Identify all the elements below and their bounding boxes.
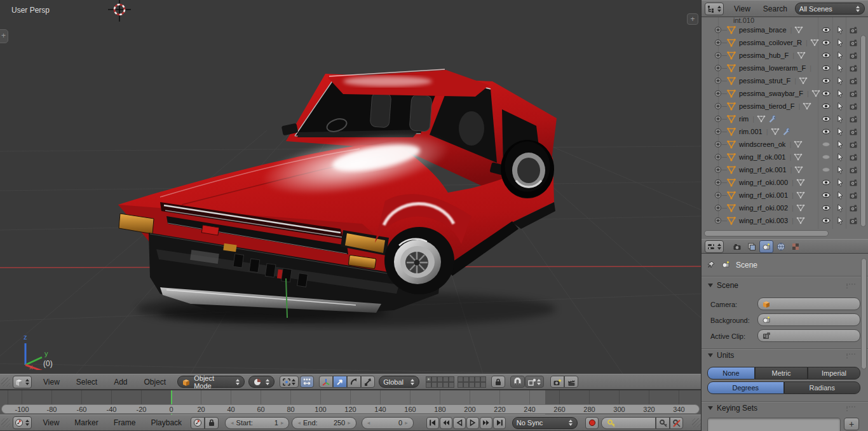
cursor-select-icon[interactable]	[836, 51, 844, 62]
eye-icon[interactable]	[822, 76, 831, 88]
timeline-ruler[interactable]: -100-80-60-40-20020406080100120140160180…	[0, 390, 701, 414]
outliner-item[interactable]: pessima_swaybar_F |	[702, 87, 859, 100]
menu-select[interactable]: Select	[74, 378, 100, 387]
eye-icon[interactable]	[822, 102, 831, 113]
panel-drag-handle[interactable]	[846, 284, 857, 289]
lock-range-toggle[interactable]	[205, 417, 219, 429]
timeline-scrollbar[interactable]: -100-80-60-40-20020406080100120140160180…	[1, 404, 700, 414]
camera-restrict-icon[interactable]	[849, 25, 858, 37]
expand-plus-icon[interactable]	[714, 140, 722, 148]
menu-view[interactable]: View	[731, 4, 753, 13]
expand-plus-icon[interactable]	[714, 153, 722, 161]
camera-restrict-icon[interactable]	[849, 178, 858, 189]
camera-restrict-icon[interactable]	[849, 191, 858, 202]
lock-to-scene-button[interactable]	[491, 376, 505, 388]
toolbar-expand-tab[interactable]: +	[0, 29, 8, 43]
keying-sets-panel-header[interactable]: Keying Sets	[708, 404, 757, 413]
outliner-item[interactable]: windscreen_ok |	[702, 138, 859, 151]
3d-viewport[interactable]: User Persp + + z y x (0)	[0, 0, 701, 374]
expand-plus-icon[interactable]	[714, 166, 722, 174]
keying-sets-list[interactable]	[707, 418, 841, 431]
scale-manipulator-button[interactable]	[361, 376, 375, 388]
jump-to-start-button[interactable]	[426, 417, 439, 429]
eye-icon[interactable]	[822, 38, 831, 50]
sync-mode-select[interactable]: No Sync	[512, 417, 578, 429]
expand-plus-icon[interactable]	[714, 115, 722, 123]
camera-restrict-icon[interactable]	[849, 140, 858, 151]
snap-toggle[interactable]	[510, 376, 525, 388]
eye-icon[interactable]	[822, 216, 831, 228]
eye-icon[interactable]	[822, 178, 831, 189]
manipulate-centers-toggle[interactable]	[300, 376, 314, 388]
outliner-item[interactable]: pessima_tierod_F |	[702, 100, 859, 113]
camera-restrict-icon[interactable]	[849, 102, 858, 113]
expand-plus-icon[interactable]	[714, 39, 722, 46]
eye-icon[interactable]	[822, 114, 831, 126]
editor-resize-grip[interactable]	[692, 418, 701, 427]
cursor-select-icon[interactable]	[836, 76, 844, 88]
pin-icon[interactable]	[707, 260, 716, 270]
viewport-shading-select[interactable]	[248, 376, 275, 388]
cursor-select-icon[interactable]	[836, 153, 844, 164]
translate-manipulator-button[interactable]	[333, 376, 347, 388]
outliner-item[interactable]: wing_rf_oki.001 |	[702, 189, 859, 202]
menu-view[interactable]: View	[41, 418, 62, 427]
editor-type-button[interactable]	[13, 376, 32, 388]
cursor-select-icon[interactable]	[836, 114, 844, 126]
header-resize-grip[interactable]	[1, 378, 10, 387]
unit-system-none[interactable]: None	[707, 367, 755, 380]
header-resize-grip[interactable]	[1, 418, 10, 427]
auto-keyframe-toggle[interactable]	[585, 417, 599, 429]
frame-end-field[interactable]: ◂End: 250▸	[292, 417, 356, 429]
preview-range-toggle[interactable]	[191, 417, 205, 429]
menu-playback[interactable]: Playback	[148, 418, 184, 427]
expand-plus-icon[interactable]	[714, 217, 722, 224]
opengl-render-button[interactable]	[550, 376, 564, 388]
eye-icon[interactable]	[822, 64, 831, 75]
unit-rotation-degrees[interactable]: Degrees	[707, 381, 784, 394]
frame-start-field[interactable]: ◂Start: 1▸	[225, 417, 289, 429]
eye-icon[interactable]	[822, 140, 831, 151]
outliner-item[interactable]: pessima_hub_F |	[702, 49, 859, 62]
outliner-item[interactable]: wing_lf_ok.001 |	[702, 151, 859, 163]
outliner-horizontal-scrollbar[interactable]	[704, 230, 829, 236]
camera-restrict-icon[interactable]	[849, 76, 858, 88]
outliner-item-clipped[interactable]: int.010	[702, 17, 859, 24]
keying-set-field[interactable]	[601, 417, 656, 429]
expand-plus-icon[interactable]	[714, 77, 722, 85]
eye-icon[interactable]	[822, 127, 831, 139]
tab-world[interactable]	[774, 240, 788, 253]
outliner-item[interactable]: rim.001 |	[702, 125, 859, 138]
manipulator-toggle[interactable]	[319, 376, 333, 388]
add-keying-set-button[interactable]: +	[844, 418, 859, 430]
panel-drag-handle[interactable]	[846, 406, 857, 411]
expand-plus-icon[interactable]	[714, 64, 722, 72]
properties-vertical-scrollbar[interactable]	[861, 258, 867, 369]
camera-restrict-icon[interactable]	[849, 64, 858, 75]
expand-plus-icon[interactable]	[714, 179, 722, 186]
unit-system-imperial[interactable]: Imperial	[808, 367, 860, 380]
insert-keyframe-button[interactable]	[656, 417, 670, 429]
cursor-select-icon[interactable]	[836, 178, 844, 189]
eye-icon[interactable]	[822, 51, 831, 62]
outliner-item[interactable]: wing_rf_oki.000 |	[702, 176, 859, 189]
cursor-select-icon[interactable]	[836, 140, 844, 151]
pivot-point-select[interactable]	[280, 376, 299, 388]
eye-icon[interactable]	[822, 153, 831, 164]
background-field[interactable]	[757, 313, 860, 326]
camera-restrict-icon[interactable]	[849, 216, 858, 228]
eye-icon[interactable]	[822, 89, 831, 100]
outliner-item[interactable]: wing_rf_oki.002 |	[702, 202, 859, 214]
tab-render[interactable]	[730, 240, 744, 253]
layers-widget[interactable]	[426, 376, 486, 388]
panel-drag-handle[interactable]	[846, 353, 857, 359]
cursor-select-icon[interactable]	[836, 38, 844, 50]
units-panel-header[interactable]: Units	[708, 351, 734, 360]
camera-restrict-icon[interactable]	[849, 203, 858, 215]
menu-marker[interactable]: Marker	[72, 418, 100, 427]
outliner-item[interactable]: rim |	[702, 113, 859, 125]
mode-select[interactable]: Object Mode	[177, 376, 245, 388]
camera-restrict-icon[interactable]	[849, 114, 858, 126]
camera-restrict-icon[interactable]	[849, 153, 858, 164]
camera-restrict-icon[interactable]	[849, 38, 858, 50]
